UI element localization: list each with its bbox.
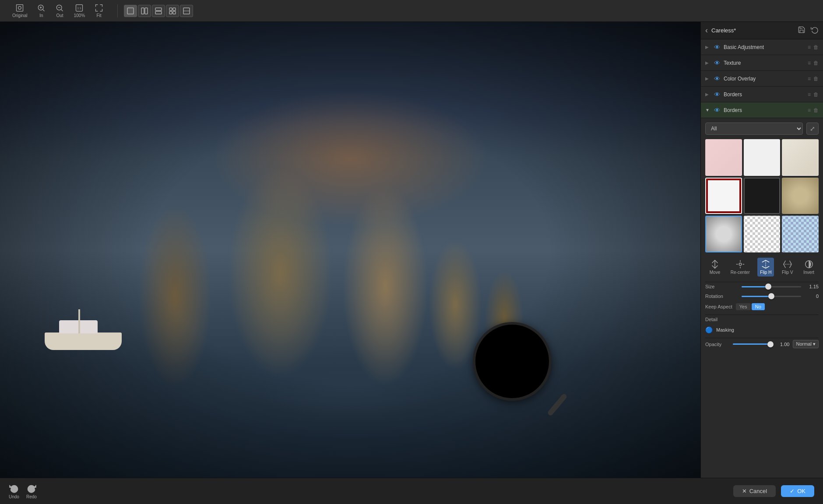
layer-actions: ≡ 🗑 (808, 44, 819, 50)
rock-scene (0, 22, 700, 478)
preset-name-label: Careless* (711, 27, 736, 34)
divider (705, 282, 819, 282)
menu-icon[interactable]: ≡ (808, 91, 811, 98)
redo-button[interactable]: Redo (26, 483, 37, 499)
border-thumb-white[interactable] (744, 139, 781, 176)
border-thumb-pink[interactable] (705, 139, 742, 176)
zoom-in-btn[interactable]: In (33, 2, 49, 20)
border-thumb-black[interactable] (744, 178, 781, 214)
layer-actions: ≡ 🗑 (808, 60, 819, 66)
visibility-icon[interactable]: 👁 (714, 44, 720, 51)
visibility-icon[interactable]: 👁 (714, 60, 720, 66)
expand-view-button[interactable]: ⤢ (806, 122, 819, 135)
visibility-icon[interactable]: 👁 (714, 91, 720, 98)
move-label: Move (710, 270, 720, 275)
layer-name: Color Overlay (724, 76, 804, 82)
flipv-label: Flip V (782, 270, 793, 275)
menu-icon[interactable]: ≡ (808, 44, 811, 50)
tool-buttons-row: Move Re-center Flip H Flip V Invert (705, 258, 819, 276)
border-thumb-teal-checker[interactable] (782, 216, 819, 252)
divider3 (705, 338, 819, 338)
save-icon[interactable] (798, 26, 805, 35)
borders-filter-dropdown[interactable]: All Film Grunge Soft Vintage (705, 122, 803, 135)
fit-btn[interactable]: Fit (91, 2, 107, 20)
border-thumb-light-vignette[interactable] (705, 216, 742, 252)
rotation-value: 0 (805, 294, 819, 299)
svg-rect-15 (155, 11, 162, 14)
keep-aspect-yes[interactable]: Yes (736, 303, 751, 310)
visibility-icon[interactable]: 👁 (714, 75, 720, 82)
svg-point-1 (18, 7, 21, 10)
move-tool-btn[interactable]: Move (707, 258, 723, 276)
view-split-v[interactable] (152, 5, 165, 17)
keep-aspect-no[interactable]: No (752, 303, 765, 310)
layer-item-color-overlay[interactable]: ▶ 👁 Color Overlay ≡ 🗑 (701, 71, 823, 87)
opacity-slider[interactable] (733, 343, 770, 345)
menu-icon[interactable]: ≡ (808, 107, 811, 113)
view-single[interactable] (124, 5, 137, 17)
back-button[interactable]: ‹ (705, 26, 708, 35)
delete-icon[interactable]: 🗑 (813, 44, 819, 50)
svg-rect-17 (173, 8, 176, 10)
rotation-slider-thumb[interactable] (768, 293, 774, 299)
delete-icon[interactable]: 🗑 (813, 76, 819, 82)
delete-icon[interactable]: 🗑 (813, 60, 819, 66)
border-thumb-white-red[interactable] (705, 178, 742, 214)
layer-item-texture[interactable]: ▶ 👁 Texture ≡ 🗑 (701, 55, 823, 71)
size-slider-track (742, 286, 768, 287)
size-slider[interactable] (742, 286, 801, 287)
rotation-slider[interactable] (742, 296, 801, 297)
detail-row: Detail (705, 317, 819, 322)
border-thumb-vintage[interactable] (782, 178, 819, 214)
masking-label: Masking (716, 327, 734, 332)
delete-icon[interactable]: 🗑 (813, 107, 819, 113)
view-split-h[interactable] (138, 5, 151, 17)
canvas-area[interactable] (0, 22, 700, 478)
menu-icon[interactable]: ≡ (808, 60, 811, 66)
reset-icon[interactable] (811, 26, 819, 35)
blend-mode-dropdown[interactable]: Normal ▾ (793, 340, 819, 348)
rotation-slider-track (742, 296, 771, 297)
ok-button[interactable]: ✓ OK (781, 485, 814, 497)
layer-name: Basic Adjustment (724, 44, 804, 50)
undo-button[interactable]: Undo (9, 483, 19, 499)
photo-canvas (0, 22, 700, 478)
view-wide[interactable] (180, 5, 193, 17)
view-quad[interactable] (166, 5, 179, 17)
svg-line-3 (43, 10, 45, 11)
keep-aspect-label: Keep Aspect (705, 304, 732, 309)
layer-item-basic-adjustment[interactable]: ▶ 👁 Basic Adjustment ≡ 🗑 (701, 39, 823, 55)
zoom-100-btn[interactable]: 1:1 100% (70, 2, 88, 20)
layer-name: Texture (724, 60, 804, 66)
borders-section: All Film Grunge Soft Vintage ⤢ (701, 118, 823, 478)
size-value: 1.15 (805, 284, 819, 289)
delete-icon[interactable]: 🗑 (813, 91, 819, 98)
cancel-button[interactable]: ✕ Cancel (733, 485, 776, 497)
visibility-icon[interactable]: 👁 (714, 107, 720, 114)
panel-header: ‹ Careless* (701, 22, 823, 39)
border-thumb-checker[interactable] (744, 216, 781, 252)
flipv-tool-btn[interactable]: Flip V (779, 258, 796, 276)
size-row: Size 1.15 (705, 284, 819, 289)
keep-aspect-toggle[interactable]: Yes No (736, 303, 765, 310)
svg-rect-18 (169, 11, 172, 14)
expand-arrow: ▶ (705, 76, 710, 81)
opacity-thumb[interactable] (767, 341, 774, 347)
svg-rect-0 (17, 5, 23, 11)
menu-icon[interactable]: ≡ (808, 76, 811, 82)
original-btn[interactable]: Original (9, 2, 31, 20)
recenter-tool-btn[interactable]: Re-center (728, 258, 753, 276)
expand-arrow: ▶ (705, 60, 710, 65)
recenter-label: Re-center (731, 270, 750, 275)
layer-actions: ≡ 🗑 (808, 107, 819, 113)
toolbar-separator (117, 4, 118, 18)
border-thumb-cream[interactable] (782, 139, 819, 176)
layer-name: Borders (724, 107, 804, 113)
size-slider-thumb[interactable] (765, 284, 771, 290)
layer-item-borders-collapsed[interactable]: ▶ 👁 Borders ≡ 🗑 (701, 87, 823, 102)
invert-tool-btn[interactable]: Invert (801, 258, 817, 276)
fliph-tool-btn[interactable]: Flip H (757, 258, 774, 276)
view-mode-buttons (124, 5, 193, 17)
layer-item-borders-active[interactable]: ▼ 👁 Borders ≡ 🗑 (701, 102, 823, 118)
zoom-out-btn[interactable]: Out (52, 2, 67, 20)
